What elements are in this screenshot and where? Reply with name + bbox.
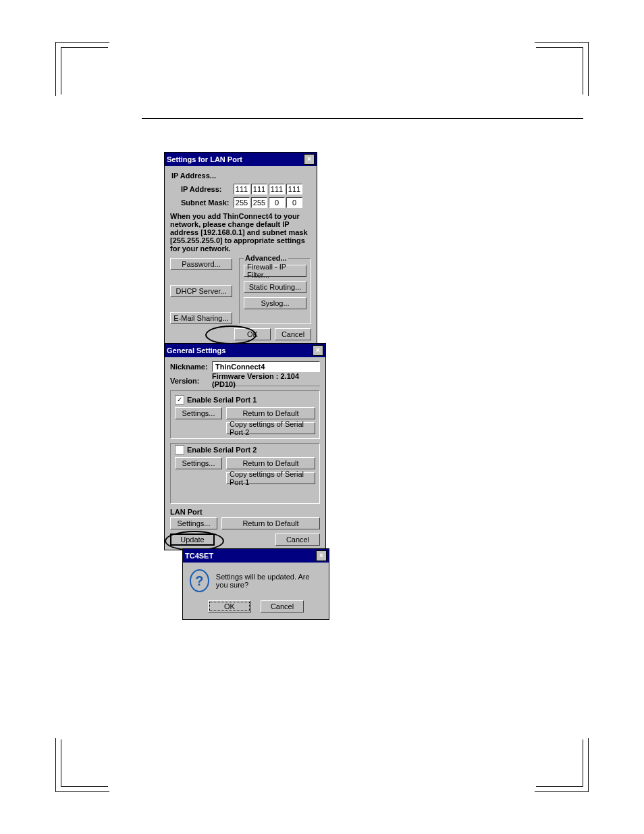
update-button[interactable]: Update bbox=[170, 533, 215, 546]
lan-return-default-button[interactable]: Return to Default bbox=[221, 517, 320, 529]
close-icon[interactable]: × bbox=[316, 550, 327, 561]
sp1-settings-button[interactable]: Settings... bbox=[175, 407, 222, 419]
checkbox-serial-port-1[interactable]: ✓ bbox=[175, 395, 184, 405]
group-advanced: Advanced... bbox=[244, 254, 288, 262]
close-icon[interactable]: × bbox=[313, 345, 323, 356]
mask-octet-1[interactable]: 255 bbox=[234, 197, 250, 208]
titlebar: General Settings × bbox=[165, 344, 325, 357]
ok-button[interactable]: OK bbox=[234, 328, 271, 340]
titlebar: Settings for LAN Port × bbox=[165, 153, 317, 166]
dhcp-server-button[interactable]: DHCP Server... bbox=[170, 285, 232, 297]
checkbox-serial-port-2[interactable] bbox=[175, 445, 184, 454]
label-nickname: Nickname: bbox=[170, 363, 212, 371]
confirm-message: Settings will be updated. Are you sure? bbox=[216, 573, 322, 589]
dialog-general-settings: General Settings × Nickname: ThinConnect… bbox=[164, 343, 326, 550]
ip-octet-4[interactable]: 111 bbox=[286, 184, 302, 194]
sp1-copy-sp2-button[interactable]: Copy settings of Serial Port 2 bbox=[226, 422, 315, 434]
sp1-return-default-button[interactable]: Return to Default bbox=[226, 407, 315, 419]
question-icon: ? bbox=[190, 569, 209, 592]
mask-octet-3[interactable]: 0 bbox=[269, 197, 285, 208]
sp2-settings-button[interactable]: Settings... bbox=[175, 457, 222, 469]
dialog-lan-port-settings: Settings for LAN Port × IP Address... IP… bbox=[164, 152, 317, 344]
sp2-copy-sp1-button[interactable]: Copy settings of Serial Port 1 bbox=[226, 472, 315, 484]
label-lan-port: LAN Port bbox=[170, 508, 320, 516]
nickname-field[interactable]: ThinConnect4 bbox=[212, 361, 320, 372]
cancel-button[interactable]: Cancel bbox=[261, 600, 304, 613]
group-ip-address: IP Address... bbox=[171, 172, 311, 180]
mask-octet-4[interactable]: 0 bbox=[286, 197, 302, 208]
ip-octet-2[interactable]: 111 bbox=[251, 184, 267, 194]
close-icon[interactable]: × bbox=[304, 154, 315, 165]
firewall-button[interactable]: Firewall - IP Filter... bbox=[244, 265, 306, 277]
dialog-title: General Settings bbox=[167, 346, 225, 355]
label-subnet-mask: Subnet Mask: bbox=[181, 199, 234, 207]
dialog-confirm: TC4SET × ? Settings will be updated. Are… bbox=[182, 548, 329, 620]
titlebar: TC4SET × bbox=[183, 549, 329, 563]
password-button[interactable]: Password... bbox=[170, 258, 232, 270]
label-serial-port-1: Enable Serial Port 1 bbox=[187, 396, 257, 404]
ip-octet-3[interactable]: 111 bbox=[269, 184, 285, 194]
cancel-button[interactable]: Cancel bbox=[275, 533, 320, 546]
note-text: When you add ThinConnect4 to your networ… bbox=[170, 212, 311, 253]
dialog-title: TC4SET bbox=[185, 552, 213, 560]
label-version: Version: bbox=[170, 377, 212, 385]
label-serial-port-2: Enable Serial Port 2 bbox=[187, 446, 257, 454]
version-text: Firmware Version : 2.104 (PD10) bbox=[212, 375, 320, 386]
sp2-return-default-button[interactable]: Return to Default bbox=[226, 457, 315, 469]
static-routing-button[interactable]: Static Routing... bbox=[244, 281, 306, 293]
lan-settings-button[interactable]: Settings... bbox=[170, 517, 217, 529]
ip-octet-1[interactable]: 111 bbox=[234, 184, 250, 194]
email-sharing-button[interactable]: E-Mail Sharing... bbox=[170, 312, 232, 324]
syslog-button[interactable]: Syslog... bbox=[244, 297, 306, 309]
dialog-title: Settings for LAN Port bbox=[167, 155, 242, 163]
cancel-button[interactable]: Cancel bbox=[275, 328, 311, 340]
ok-button[interactable]: OK bbox=[208, 600, 251, 613]
label-ip-address: IP Address: bbox=[181, 185, 234, 193]
mask-octet-2[interactable]: 255 bbox=[251, 197, 267, 208]
